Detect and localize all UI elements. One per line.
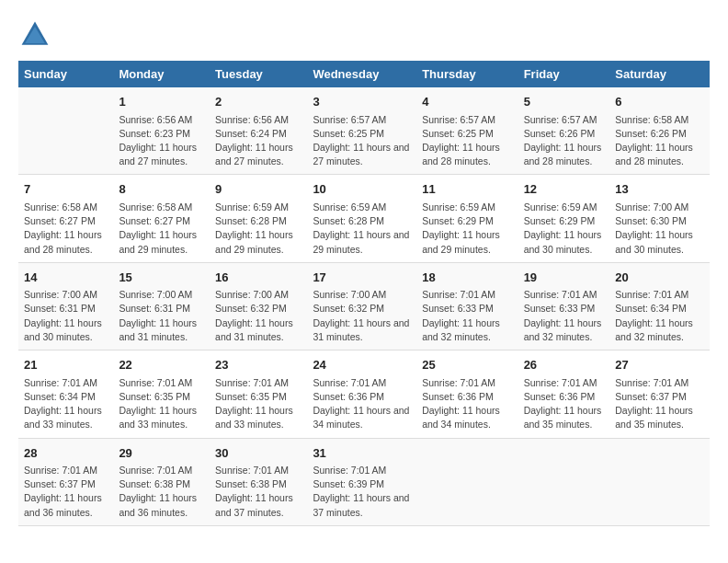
- week-row-3: 14Sunrise: 7:00 AMSunset: 6:31 PMDayligh…: [18, 262, 710, 350]
- cell-info: Sunrise: 6:59 AMSunset: 6:28 PMDaylight:…: [313, 201, 411, 257]
- day-number: 21: [24, 356, 108, 374]
- day-number: 16: [215, 269, 301, 287]
- cell-info: Sunrise: 7:01 AMSunset: 6:37 PMDaylight:…: [615, 376, 704, 432]
- calendar-cell: 17Sunrise: 7:00 AMSunset: 6:32 PMDayligh…: [307, 262, 416, 350]
- calendar-cell: 14Sunrise: 7:00 AMSunset: 6:31 PMDayligh…: [18, 262, 113, 350]
- cell-info: Sunrise: 7:00 AMSunset: 6:31 PMDaylight:…: [119, 288, 204, 344]
- cell-info: Sunrise: 7:01 AMSunset: 6:34 PMDaylight:…: [615, 288, 704, 344]
- cell-info: Sunrise: 6:59 AMSunset: 6:29 PMDaylight:…: [524, 201, 605, 257]
- day-number: 9: [215, 180, 301, 199]
- cell-info: Sunrise: 6:56 AMSunset: 6:24 PMDaylight:…: [215, 113, 301, 169]
- day-number: 6: [615, 93, 704, 111]
- day-number: 1: [119, 93, 204, 111]
- cell-info: Sunrise: 7:00 AMSunset: 6:32 PMDaylight:…: [215, 288, 301, 344]
- calendar-cell: [416, 438, 518, 525]
- weekday-header-monday: Monday: [113, 61, 210, 87]
- calendar-cell: 16Sunrise: 7:00 AMSunset: 6:32 PMDayligh…: [210, 262, 307, 350]
- day-number: 27: [615, 356, 704, 374]
- calendar-cell: 1Sunrise: 6:56 AMSunset: 6:23 PMDaylight…: [113, 87, 210, 175]
- cell-info: Sunrise: 7:01 AMSunset: 6:38 PMDaylight:…: [215, 464, 301, 520]
- logo: [18, 18, 57, 52]
- calendar-cell: 5Sunrise: 6:57 AMSunset: 6:26 PMDaylight…: [518, 87, 610, 175]
- day-number: 31: [313, 444, 411, 463]
- day-number: 4: [422, 93, 512, 111]
- calendar-cell: 18Sunrise: 7:01 AMSunset: 6:33 PMDayligh…: [416, 262, 518, 350]
- day-number: 11: [422, 180, 512, 199]
- calendar-cell: 24Sunrise: 7:01 AMSunset: 6:36 PMDayligh…: [307, 350, 416, 438]
- day-number: 18: [422, 269, 512, 287]
- calendar-cell: 28Sunrise: 7:01 AMSunset: 6:37 PMDayligh…: [18, 438, 113, 525]
- day-number: 26: [524, 356, 605, 374]
- calendar-cell: 15Sunrise: 7:00 AMSunset: 6:31 PMDayligh…: [113, 262, 210, 350]
- week-row-4: 21Sunrise: 7:01 AMSunset: 6:34 PMDayligh…: [18, 350, 710, 438]
- calendar-cell: 12Sunrise: 6:59 AMSunset: 6:29 PMDayligh…: [518, 175, 610, 262]
- cell-info: Sunrise: 7:01 AMSunset: 6:33 PMDaylight:…: [422, 288, 512, 344]
- day-number: 20: [615, 269, 704, 287]
- calendar-cell: 20Sunrise: 7:01 AMSunset: 6:34 PMDayligh…: [609, 262, 710, 350]
- calendar-cell: 29Sunrise: 7:01 AMSunset: 6:38 PMDayligh…: [113, 438, 210, 525]
- weekday-header-tuesday: Tuesday: [210, 61, 307, 87]
- weekday-header-thursday: Thursday: [416, 61, 518, 87]
- day-number: 13: [615, 180, 704, 199]
- week-row-2: 7Sunrise: 6:58 AMSunset: 6:27 PMDaylight…: [18, 175, 710, 262]
- day-number: 14: [24, 269, 108, 287]
- calendar-cell: 4Sunrise: 6:57 AMSunset: 6:25 PMDaylight…: [416, 87, 518, 175]
- page-header: [18, 18, 710, 52]
- cell-info: Sunrise: 7:00 AMSunset: 6:32 PMDaylight:…: [313, 288, 411, 344]
- calendar-cell: [609, 438, 710, 525]
- cell-info: Sunrise: 6:57 AMSunset: 6:25 PMDaylight:…: [313, 113, 411, 169]
- day-number: 10: [313, 180, 411, 199]
- cell-info: Sunrise: 7:01 AMSunset: 6:38 PMDaylight:…: [119, 464, 204, 520]
- cell-info: Sunrise: 7:01 AMSunset: 6:34 PMDaylight:…: [24, 376, 108, 432]
- cell-info: Sunrise: 6:57 AMSunset: 6:26 PMDaylight:…: [524, 113, 605, 169]
- calendar-cell: 19Sunrise: 7:01 AMSunset: 6:33 PMDayligh…: [518, 262, 610, 350]
- day-number: 8: [119, 180, 204, 199]
- calendar-header: SundayMondayTuesdayWednesdayThursdayFrid…: [18, 61, 710, 87]
- day-number: 2: [215, 93, 301, 111]
- cell-info: Sunrise: 7:01 AMSunset: 6:39 PMDaylight:…: [313, 464, 411, 520]
- day-number: 28: [24, 444, 108, 463]
- calendar-cell: 8Sunrise: 6:58 AMSunset: 6:27 PMDaylight…: [113, 175, 210, 262]
- calendar-cell: 9Sunrise: 6:59 AMSunset: 6:28 PMDaylight…: [210, 175, 307, 262]
- cell-info: Sunrise: 7:01 AMSunset: 6:37 PMDaylight:…: [24, 464, 108, 520]
- cell-info: Sunrise: 7:00 AMSunset: 6:30 PMDaylight:…: [615, 201, 704, 257]
- cell-info: Sunrise: 7:00 AMSunset: 6:31 PMDaylight:…: [24, 288, 108, 344]
- calendar-cell: 22Sunrise: 7:01 AMSunset: 6:35 PMDayligh…: [113, 350, 210, 438]
- weekday-header-row: SundayMondayTuesdayWednesdayThursdayFrid…: [18, 61, 710, 87]
- day-number: 19: [524, 269, 605, 287]
- calendar-cell: 31Sunrise: 7:01 AMSunset: 6:39 PMDayligh…: [307, 438, 416, 525]
- day-number: 7: [24, 180, 108, 199]
- calendar-cell: 6Sunrise: 6:58 AMSunset: 6:26 PMDaylight…: [609, 87, 710, 175]
- day-number: 5: [524, 93, 605, 111]
- day-number: 15: [119, 269, 204, 287]
- weekday-header-saturday: Saturday: [609, 61, 710, 87]
- day-number: 23: [215, 356, 301, 374]
- cell-info: Sunrise: 6:56 AMSunset: 6:23 PMDaylight:…: [119, 113, 204, 169]
- calendar-cell: 7Sunrise: 6:58 AMSunset: 6:27 PMDaylight…: [18, 175, 113, 262]
- cell-info: Sunrise: 6:58 AMSunset: 6:26 PMDaylight:…: [615, 113, 704, 169]
- day-number: 17: [313, 269, 411, 287]
- day-number: 24: [313, 356, 411, 374]
- calendar-cell: 27Sunrise: 7:01 AMSunset: 6:37 PMDayligh…: [609, 350, 710, 438]
- cell-info: Sunrise: 6:58 AMSunset: 6:27 PMDaylight:…: [119, 201, 204, 257]
- calendar-cell: 25Sunrise: 7:01 AMSunset: 6:36 PMDayligh…: [416, 350, 518, 438]
- weekday-header-friday: Friday: [518, 61, 610, 87]
- calendar-cell: 11Sunrise: 6:59 AMSunset: 6:29 PMDayligh…: [416, 175, 518, 262]
- calendar-cell: 10Sunrise: 6:59 AMSunset: 6:28 PMDayligh…: [307, 175, 416, 262]
- day-number: 30: [215, 444, 301, 463]
- calendar-table: SundayMondayTuesdayWednesdayThursdayFrid…: [18, 61, 710, 526]
- calendar-cell: 21Sunrise: 7:01 AMSunset: 6:34 PMDayligh…: [18, 350, 113, 438]
- logo-icon: [18, 18, 51, 52]
- calendar-body: 1Sunrise: 6:56 AMSunset: 6:23 PMDaylight…: [18, 87, 710, 525]
- weekday-header-wednesday: Wednesday: [307, 61, 416, 87]
- cell-info: Sunrise: 6:59 AMSunset: 6:28 PMDaylight:…: [215, 201, 301, 257]
- cell-info: Sunrise: 7:01 AMSunset: 6:35 PMDaylight:…: [215, 376, 301, 432]
- week-row-5: 28Sunrise: 7:01 AMSunset: 6:37 PMDayligh…: [18, 438, 710, 525]
- cell-info: Sunrise: 7:01 AMSunset: 6:36 PMDaylight:…: [524, 376, 605, 432]
- cell-info: Sunrise: 7:01 AMSunset: 6:36 PMDaylight:…: [422, 376, 512, 432]
- cell-info: Sunrise: 6:59 AMSunset: 6:29 PMDaylight:…: [422, 201, 512, 257]
- calendar-cell: 13Sunrise: 7:00 AMSunset: 6:30 PMDayligh…: [609, 175, 710, 262]
- week-row-1: 1Sunrise: 6:56 AMSunset: 6:23 PMDaylight…: [18, 87, 710, 175]
- calendar-cell: 3Sunrise: 6:57 AMSunset: 6:25 PMDaylight…: [307, 87, 416, 175]
- calendar-cell: 2Sunrise: 6:56 AMSunset: 6:24 PMDaylight…: [210, 87, 307, 175]
